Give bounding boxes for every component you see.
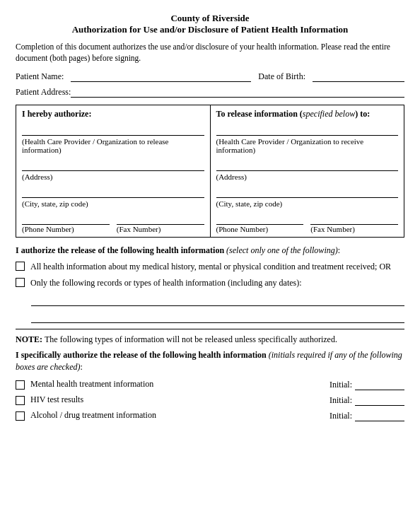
hiv-label: HIV test results	[30, 394, 324, 405]
alcohol-drug-checkbox[interactable]	[16, 411, 25, 421]
right-org-field: (Health Care Provider / Organization to …	[216, 124, 399, 154]
release-title-end: :	[338, 245, 340, 255]
left-fax-line[interactable]	[117, 214, 204, 225]
hiv-initial-field: Initial:	[329, 394, 404, 406]
mental-health-initial-field: Initial:	[329, 379, 404, 390]
left-phone-label: (Phone Number)	[22, 225, 110, 233]
right-org-label: (Health Care Provider / Organization to …	[216, 137, 399, 154]
right-city-label: (City, state, zip code)	[216, 199, 399, 208]
release-title-italic: (select only one of the following)	[224, 245, 338, 255]
right-fax-line[interactable]	[310, 214, 398, 225]
hiv-checkbox[interactable]	[16, 396, 25, 405]
release-title-bold: I authorize the release of the following…	[16, 245, 224, 255]
hiv-row: HIV test results Initial:	[16, 394, 404, 406]
release-option1-checkbox[interactable]	[16, 262, 25, 271]
right-address-label: (Address)	[216, 173, 399, 181]
left-city-line[interactable]	[22, 187, 204, 198]
right-fax-label: (Fax Number)	[310, 225, 398, 233]
right-header: To release information (specified below)…	[216, 109, 399, 122]
release-option2-text: Only the following records or types of h…	[30, 277, 404, 289]
right-phone-line[interactable]	[216, 214, 304, 225]
left-col: I hereby authorize: (Health Care Provide…	[16, 105, 211, 238]
release-title: I authorize the release of the following…	[16, 245, 404, 257]
right-phone-label: (Phone Number)	[216, 225, 304, 233]
right-header-em: specified below	[303, 109, 355, 119]
dob-label: Date of Birth:	[258, 71, 305, 82]
left-address-label: (Address)	[22, 173, 204, 181]
form-title: Authorization for Use and/or Disclosure …	[16, 24, 404, 35]
release-text-line2[interactable]	[31, 310, 404, 323]
alcohol-drug-initial-input[interactable]	[355, 410, 404, 421]
left-phone-line[interactable]	[22, 214, 110, 225]
left-phone-item: (Phone Number)	[22, 214, 110, 233]
alcohol-drug-initial-field: Initial:	[329, 410, 404, 421]
mental-health-checkbox[interactable]	[16, 380, 25, 390]
right-address-field: (Address)	[216, 160, 399, 181]
left-city-field: (City, state, zip code)	[22, 187, 204, 208]
note-section: NOTE: The following types of information…	[16, 329, 404, 421]
release-text-line1[interactable]	[31, 293, 404, 306]
auth-table: I hereby authorize: (Health Care Provide…	[16, 105, 404, 238]
note-text: NOTE: The following types of information…	[16, 334, 404, 346]
left-fax-label: (Fax Number)	[117, 225, 204, 233]
hiv-initial-input[interactable]	[355, 394, 404, 406]
release-option2-checkbox[interactable]	[16, 278, 25, 287]
left-address-line[interactable]	[22, 160, 204, 171]
note-label: NOTE:	[16, 334, 45, 344]
release-option1-row: All health information about my medical …	[16, 261, 404, 273]
mental-health-row: Mental health treatment information Init…	[16, 379, 404, 390]
right-fax-item: (Fax Number)	[310, 214, 398, 233]
right-city-field: (City, state, zip code)	[216, 187, 399, 208]
left-phone-fax: (Phone Number) (Fax Number)	[22, 214, 204, 233]
left-org-label: (Health Care Provider / Organization to …	[22, 137, 204, 154]
address-input[interactable]	[71, 86, 404, 98]
county-title: County of Riverside	[16, 13, 404, 24]
note-body: The following types of information will …	[45, 334, 337, 344]
right-address-line[interactable]	[216, 160, 399, 171]
left-org-field: (Health Care Provider / Organization to …	[22, 124, 204, 154]
left-city-label: (City, state, zip code)	[22, 199, 204, 208]
right-phone-fax: (Phone Number) (Fax Number)	[216, 214, 399, 233]
specific-bold: I specifically authorize the release of …	[16, 350, 267, 360]
specific-end: :	[81, 362, 83, 372]
release-option2-row: Only the following records or types of h…	[16, 277, 404, 289]
release-text-area	[31, 293, 404, 323]
specific-auth-text: I specifically authorize the release of …	[16, 349, 404, 373]
patient-name-input[interactable]	[71, 71, 251, 82]
intro-text: Completion of this document authorizes t…	[16, 41, 404, 64]
mental-health-label: Mental health treatment information	[30, 379, 324, 390]
address-label: Patient Address:	[16, 87, 71, 98]
patient-name-label: Patient Name:	[16, 71, 64, 82]
release-section: I authorize the release of the following…	[16, 245, 404, 322]
left-header: I hereby authorize:	[22, 109, 204, 122]
dob-input[interactable]	[313, 71, 404, 82]
right-header-bold: To release information (	[216, 109, 303, 119]
release-option1-text: All health information about my medical …	[30, 261, 404, 273]
right-header-end: ) to:	[355, 109, 370, 119]
name-dob-row: Patient Name: Date of Birth:	[16, 71, 404, 82]
right-phone-item: (Phone Number)	[216, 214, 304, 233]
left-org-line[interactable]	[22, 124, 204, 136]
right-org-line[interactable]	[216, 124, 399, 136]
left-fax-item: (Fax Number)	[117, 214, 204, 233]
alcohol-drug-label: Alcohol / drug treatment information	[30, 410, 324, 421]
alcohol-drug-initial-label: Initial:	[329, 411, 352, 421]
address-row: Patient Address:	[16, 86, 404, 98]
left-address-field: (Address)	[22, 160, 204, 181]
right-col: To release information (specified below)…	[210, 105, 404, 238]
hiv-initial-label: Initial:	[329, 395, 352, 406]
mental-health-initial-input[interactable]	[355, 379, 404, 390]
alcohol-drug-row: Alcohol / drug treatment information Ini…	[16, 410, 404, 421]
right-city-line[interactable]	[216, 187, 399, 198]
header-block: County of Riverside Authorization for Us…	[16, 13, 404, 35]
mental-health-initial-label: Initial:	[329, 380, 352, 390]
